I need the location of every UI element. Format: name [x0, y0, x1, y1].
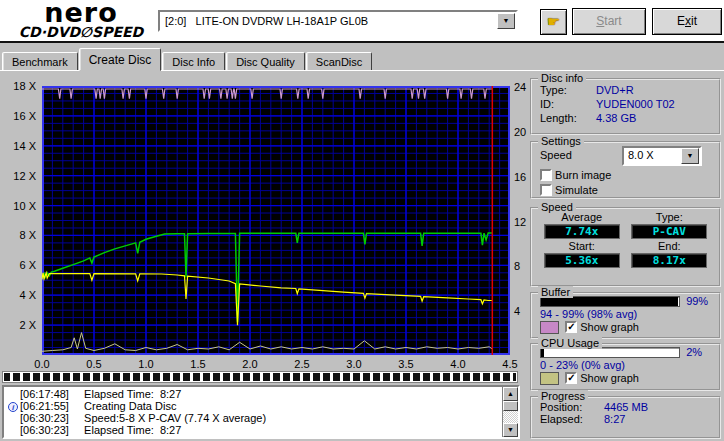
- logo-nero-text: nero: [6, 1, 156, 25]
- cpu-usage-group: CPU Usage 2% 0 - 23% (0% avg) ✓ Show gra…: [530, 343, 721, 391]
- burn-progress-strip: [2, 371, 518, 383]
- log-icon-spacer: [6, 412, 20, 424]
- log-line: i[06:21:55] Creating Data Disc: [6, 400, 502, 412]
- log-line: [06:30:23] Speed:5-8 X P-CAV (7.74 X ave…: [6, 412, 502, 424]
- position-label: Position:: [540, 401, 604, 412]
- scroll-up-icon[interactable]: ▲: [503, 387, 518, 401]
- scrollbar-thumb[interactable]: [503, 401, 518, 411]
- tab-disc-quality[interactable]: Disc Quality: [226, 52, 305, 71]
- info-icon: i: [6, 400, 20, 412]
- log-line: [06:30:23] Elapsed Time: 8:27: [6, 424, 502, 436]
- drive-selector-value: [2:0] LITE-ON DVDRW LH-18A1P GL0B: [160, 15, 497, 27]
- log-box: [06:17:48] Elapsed Time: 8:27i[06:21:55]…: [2, 385, 520, 439]
- disc-info-value: 4.38 GB: [596, 112, 636, 125]
- write-speed-chart: [42, 86, 510, 355]
- x-axis-tick-label: 2.0: [235, 358, 265, 370]
- speed-select-value: 8.0 X: [624, 149, 681, 162]
- log-lines: [06:17:48] Elapsed Time: 8:27i[06:21:55]…: [4, 387, 502, 437]
- speed-label: Speed: [540, 149, 622, 162]
- disc-info-rows: Type:DVD+RID:YUDEN000 T02Length:4.38 GB: [532, 80, 719, 125]
- simulate-label: Simulate: [555, 184, 598, 197]
- exit-button[interactable]: Exit: [652, 8, 722, 35]
- log-text: Elapsed Time: 8:27: [78, 388, 181, 400]
- eject-tool-button[interactable]: ☛: [540, 9, 567, 35]
- average-value-lcd: 7.74x: [544, 224, 620, 239]
- x-axis-tick-label: 1.5: [183, 358, 213, 370]
- simulate-checkbox[interactable]: [540, 184, 552, 196]
- disc-info-label: ID:: [540, 98, 596, 111]
- buffer-show-graph-checkbox[interactable]: ✓: [565, 321, 577, 333]
- chevron-down-icon[interactable]: ▼: [497, 13, 515, 29]
- tab-bar: BenchmarkCreate DiscDisc InfoDisc Qualit…: [2, 50, 373, 71]
- scrollbar-track[interactable]: [503, 401, 518, 423]
- y-axis-tick-label: 2 X: [2, 319, 36, 331]
- disc-info-title: Disc info: [538, 72, 586, 84]
- scroll-down-icon[interactable]: ▼: [503, 423, 518, 437]
- type-value-lcd: P-CAV: [631, 224, 707, 239]
- position-value: 4465 MB: [604, 401, 648, 412]
- progress-group: Progress Position: 4465 MB Elapsed: 8:27: [530, 396, 721, 439]
- y-axis-tick-label: 16 X: [2, 110, 36, 122]
- chart-canvas: [42, 86, 510, 355]
- burn-image-label: Burn image: [555, 169, 611, 181]
- x-axis-tick-label: 0.5: [79, 358, 109, 370]
- y-axis-tick-label: 18 X: [2, 80, 36, 92]
- log-timestamp: [06:17:48]: [20, 388, 78, 400]
- tab-benchmark[interactable]: Benchmark: [2, 52, 78, 71]
- speed-group: Speed Average Type: 7.74x P-CAV Start: E…: [530, 207, 721, 287]
- log-text: Speed:5-8 X P-CAV (7.74 X average): [78, 412, 266, 424]
- disc-info-value: YUDEN000 T02: [596, 98, 675, 111]
- x-axis-tick-label: 1.0: [131, 358, 161, 370]
- elapsed-label: Elapsed:: [540, 413, 604, 426]
- y-axis-tick-label: 4 X: [2, 289, 36, 301]
- chevron-down-icon[interactable]: ▼: [681, 148, 699, 164]
- buffer-group: Buffer 99% 94 - 99% (98% avg) ✓ Show gra…: [530, 292, 721, 339]
- cpu-show-graph-checkbox[interactable]: ✓: [565, 372, 577, 384]
- end-label: End:: [658, 240, 681, 252]
- buffer-title: Buffer: [538, 286, 573, 298]
- disc-info-group: Disc info Type:DVD+RID:YUDEN000 T02Lengt…: [530, 78, 721, 135]
- tab-scandisc[interactable]: ScanDisc: [306, 52, 372, 71]
- tab-disc-info[interactable]: Disc Info: [162, 52, 225, 71]
- cpu-percent: 2%: [686, 346, 702, 359]
- settings-group: Settings Speed 8.0 X ▼ Burn image Simula…: [530, 141, 721, 199]
- settings-title: Settings: [538, 135, 584, 147]
- buffer-color-swatch: [540, 321, 559, 334]
- type-label: Type:: [656, 211, 683, 223]
- log-timestamp: [06:30:23]: [20, 424, 78, 436]
- log-icon-spacer: [6, 388, 20, 400]
- start-value-lcd: 5.36x: [544, 253, 620, 268]
- disc-info-label: Type:: [540, 84, 596, 97]
- y-axis-tick-label: 10 X: [2, 200, 36, 212]
- disc-info-row: Type:DVD+R: [532, 83, 719, 97]
- disc-info-row: Length:4.38 GB: [532, 111, 719, 125]
- log-timestamp: [06:21:55]: [20, 400, 78, 412]
- cpu-range: 0 - 23% (0% avg): [532, 358, 719, 371]
- log-text: Elapsed Time: 8:27: [78, 424, 181, 436]
- cpu-usage-title: CPU Usage: [538, 337, 602, 349]
- drive-selector[interactable]: [2:0] LITE-ON DVDRW LH-18A1P GL0B ▼: [158, 10, 518, 32]
- start-label: Start:: [569, 240, 595, 252]
- hand-icon: ☛: [547, 13, 560, 30]
- x-axis-tick-label: 3.5: [391, 358, 421, 370]
- speed-title: Speed: [538, 201, 576, 213]
- log-scrollbar[interactable]: ▲ ▼: [502, 387, 518, 437]
- burn-image-checkbox[interactable]: [540, 169, 552, 181]
- disc-icon: ∅: [80, 24, 92, 40]
- x-axis-tick-label: 2.5: [287, 358, 317, 370]
- y-axis-tick-label: 12 X: [2, 170, 36, 182]
- speed-select[interactable]: 8.0 X ▼: [622, 146, 702, 166]
- tab-create-disc[interactable]: Create Disc: [79, 48, 162, 71]
- progress-title: Progress: [538, 390, 588, 402]
- x-axis-tick-label: 3.0: [339, 358, 369, 370]
- start-button[interactable]: Start: [572, 8, 646, 35]
- buffer-percent: 99%: [686, 295, 708, 308]
- log-timestamp: [06:30:23]: [20, 412, 78, 424]
- y-axis-tick-label: 14 X: [2, 140, 36, 152]
- disc-info-label: Length:: [540, 112, 596, 125]
- nero-logo: nero CD·DVD∅SPEED: [6, 1, 156, 39]
- x-axis-tick-label: 4.0: [443, 358, 473, 370]
- log-line: [06:17:48] Elapsed Time: 8:27: [6, 388, 502, 400]
- y-axis-tick-label: 8 X: [2, 229, 36, 241]
- elapsed-value: 8:27: [604, 413, 625, 426]
